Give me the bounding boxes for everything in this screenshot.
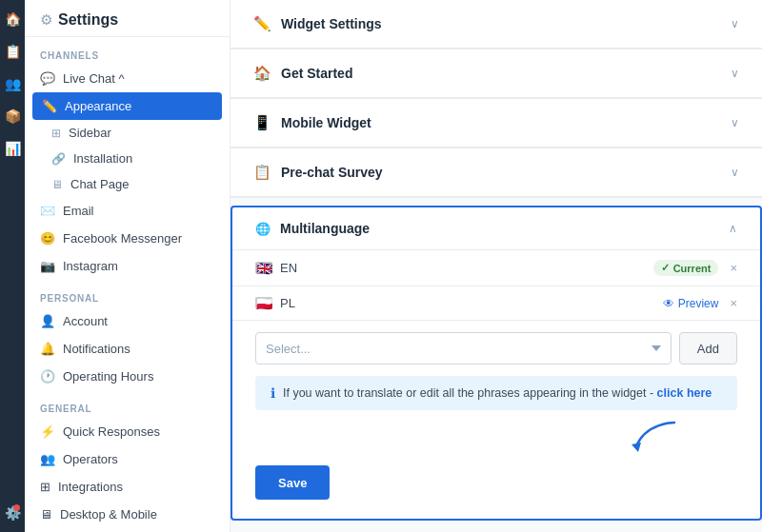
operators-label: Operators <box>63 452 118 466</box>
eye-icon: 👁 <box>663 297 674 310</box>
sidebar-item-operators[interactable]: 👥 Operators <box>25 445 230 473</box>
sidebar-item-account[interactable]: 👤 Account <box>25 307 230 335</box>
home-icon[interactable]: 🏠 <box>3 10 22 29</box>
account-icon: 👤 <box>40 314 55 328</box>
page-title: Settings <box>58 11 118 29</box>
add-language-button[interactable]: Add <box>679 332 737 365</box>
get-started-row[interactable]: 🏠 Get Started ∨ <box>231 49 762 98</box>
multilanguage-globe-icon: 🌐 <box>255 222 271 236</box>
sidebar-item-integrations[interactable]: ⊞ Integrations <box>25 473 230 501</box>
click-here-arrow <box>627 418 684 456</box>
integrations-label: Integrations <box>58 480 123 494</box>
facebook-icon: 😊 <box>40 231 55 246</box>
pl-code: PL <box>280 296 295 310</box>
inbox-icon[interactable]: 📋 <box>3 42 22 61</box>
widget-settings-row[interactable]: ✏️ Widget Settings ∨ <box>231 0 762 49</box>
get-started-title: Get Started <box>281 66 352 81</box>
arrow-container <box>232 418 760 456</box>
pre-chat-chevron: ∨ <box>731 166 739 179</box>
pl-close-button[interactable]: × <box>730 296 737 310</box>
general-section-label: GENERAL <box>25 390 230 418</box>
chat-page-icon: 🖥 <box>51 178 63 191</box>
pl-preview-badge[interactable]: 👁 Preview <box>663 297 719 310</box>
sidebar-item-desktop-mobile[interactable]: 🖥 Desktop & Mobile <box>25 501 230 528</box>
get-started-section: 🏠 Get Started ∨ <box>231 49 762 99</box>
pre-chat-icon: 📋 <box>253 164 271 181</box>
select-add-row: Select... Add <box>232 320 760 376</box>
sidebar-item-contact-properties[interactable]: 📁 Contact Properties <box>25 528 230 532</box>
email-label: Email <box>63 204 94 218</box>
en-close-button[interactable]: × <box>730 261 737 275</box>
pl-actions: 👁 Preview × <box>663 296 737 310</box>
icon-bar: 🏠 📋 👥 📦 📊 ⚙️ <box>0 0 25 532</box>
sidebar-item-email[interactable]: ✉️ Email <box>25 197 230 225</box>
pl-flag-name: 🇵🇱 PL <box>255 296 295 310</box>
save-button[interactable]: Save <box>255 465 330 500</box>
info-text: If you want to translate or edit all the… <box>283 386 712 400</box>
en-current-badge: ✓ Current <box>653 260 719 276</box>
desktop-mobile-icon: 🖥 <box>40 507 52 522</box>
notification-dot <box>13 504 20 511</box>
main-content: ✏️ Widget Settings ∨ 🏠 Get Started ∨ 📱 M… <box>231 0 762 532</box>
svg-marker-0 <box>632 443 641 452</box>
language-row-pl: 🇵🇱 PL 👁 Preview × <box>232 286 760 320</box>
sidebar-icon: ⊞ <box>51 127 61 140</box>
language-select[interactable]: Select... <box>255 332 672 365</box>
contacts-icon[interactable]: 👥 <box>3 74 22 93</box>
desktop-mobile-label: Desktop & Mobile <box>60 507 157 522</box>
reports-icon[interactable]: 📦 <box>3 107 22 126</box>
quick-responses-icon: ⚡ <box>40 424 55 439</box>
sidebar-item-installation[interactable]: 🔗 Installation <box>25 146 230 171</box>
sidebar-header: ⚙ Settings <box>25 0 230 37</box>
sidebar-item-operating-hours[interactable]: 🕐 Operating Hours <box>25 363 230 390</box>
widget-settings-icon: ✏️ <box>253 15 271 32</box>
info-icon: ℹ <box>271 385 275 401</box>
installation-icon: 🔗 <box>51 152 66 166</box>
pre-chat-section: 📋 Pre-chat Survey ∨ <box>231 148 762 198</box>
get-started-title-wrap: 🏠 Get Started <box>253 65 352 82</box>
multilanguage-title-wrap: 🌐 Multilanguage <box>255 221 370 236</box>
multilanguage-header[interactable]: 🌐 Multilanguage ∧ <box>232 207 760 249</box>
widget-settings-chevron: ∨ <box>731 17 739 30</box>
click-here-link[interactable]: click here <box>657 386 712 400</box>
sidebar-item-notifications[interactable]: 🔔 Notifications <box>25 335 230 363</box>
sidebar-item-facebook[interactable]: 😊 Facebook Messenger <box>25 225 230 252</box>
sidebar-item-appearance[interactable]: ✏️ Appearance <box>32 92 222 120</box>
pre-chat-title-wrap: 📋 Pre-chat Survey <box>253 164 383 181</box>
email-icon: ✉️ <box>40 204 55 218</box>
sidebar-item-instagram[interactable]: 📷 Instagram <box>25 252 230 280</box>
pl-flag-icon: 🇵🇱 <box>255 297 272 309</box>
settings-gear-icon: ⚙ <box>40 11 52 29</box>
sidebar-item-sidebar[interactable]: ⊞ Sidebar <box>25 120 230 146</box>
multilanguage-section: 🌐 Multilanguage ∧ 🇬🇧 EN ✓ Current × 🇵� <box>231 206 762 521</box>
info-banner: ℹ If you want to translate or edit all t… <box>255 376 737 410</box>
account-label: Account <box>63 314 108 328</box>
multilanguage-title: Multilanguage <box>280 221 370 236</box>
get-started-chevron: ∨ <box>731 67 739 80</box>
integrations-icon: ⊞ <box>40 480 50 494</box>
pre-chat-row[interactable]: 📋 Pre-chat Survey ∨ <box>231 148 762 197</box>
widget-settings-title: Widget Settings <box>281 16 382 31</box>
widget-settings-title-wrap: ✏️ Widget Settings <box>253 15 382 32</box>
mobile-widget-row[interactable]: 📱 Mobile Widget ∨ <box>231 99 762 148</box>
pre-chat-title: Pre-chat Survey <box>281 165 383 180</box>
mobile-widget-chevron: ∨ <box>731 116 739 129</box>
multilanguage-chevron: ∧ <box>729 222 737 235</box>
instagram-label: Instagram <box>63 259 118 273</box>
chat-icon: 💬 <box>40 71 55 86</box>
operating-hours-label: Operating Hours <box>63 369 153 384</box>
sidebar-item-quick-responses[interactable]: ⚡ Quick Responses <box>25 418 230 445</box>
notifications-label: Notifications <box>63 342 130 356</box>
mobile-widget-section: 📱 Mobile Widget ∨ <box>231 99 762 148</box>
appearance-icon: ✏️ <box>42 99 57 113</box>
sidebar-item-live-chat[interactable]: 💬 Live Chat ^ <box>25 65 230 92</box>
sidebar-item-chat-page[interactable]: 🖥 Chat Page <box>25 171 230 197</box>
operating-hours-icon: 🕐 <box>40 369 55 384</box>
installation-label: Installation <box>73 151 132 166</box>
personal-section-label: PERSONAL <box>25 280 230 307</box>
instagram-icon: 📷 <box>40 259 55 273</box>
notifications-icon: 🔔 <box>40 342 55 356</box>
analytics-icon[interactable]: 📊 <box>3 139 22 158</box>
mobile-widget-title-wrap: 📱 Mobile Widget <box>253 114 371 131</box>
quick-responses-label: Quick Responses <box>63 424 160 439</box>
